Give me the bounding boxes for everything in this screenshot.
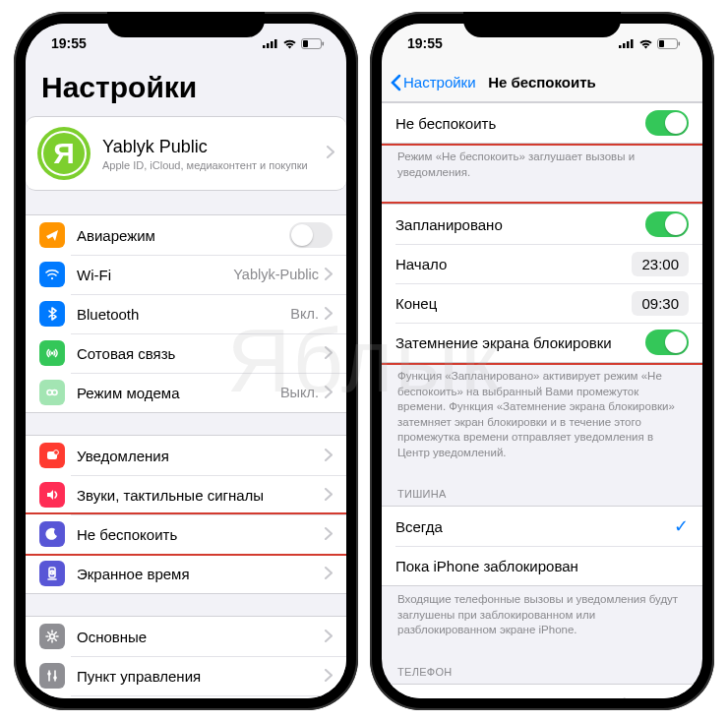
svg-point-8 bbox=[51, 352, 54, 355]
cellular-icon bbox=[39, 340, 65, 366]
from-time-row[interactable]: Начало 23:00 bbox=[382, 244, 702, 283]
svg-rect-25 bbox=[627, 41, 630, 48]
phone-frame-right: 19:55 Настройки Не беспокоить bbox=[370, 12, 714, 710]
chevron-right-icon bbox=[681, 695, 689, 698]
row-label: Допуск вызовов bbox=[395, 695, 581, 698]
back-label: Настройки bbox=[403, 74, 476, 90]
settings-row-control-center[interactable]: Пункт управления bbox=[26, 656, 346, 695]
silence-locked-row[interactable]: Пока iPhone заблокирован bbox=[382, 546, 702, 585]
back-button[interactable]: Настройки bbox=[382, 74, 476, 91]
profile-name: Yablyk Public bbox=[102, 137, 327, 157]
settings-row-bluetooth[interactable]: BluetoothВкл. bbox=[26, 294, 346, 333]
group-header: ТЕЛЕФОН bbox=[382, 662, 702, 684]
svg-rect-0 bbox=[263, 45, 266, 48]
chevron-right-icon bbox=[325, 345, 333, 362]
screen-right: 19:55 Настройки Не беспокоить bbox=[382, 24, 702, 698]
chevron-right-icon bbox=[325, 566, 333, 582]
wifi-icon bbox=[39, 262, 65, 287]
time-value[interactable]: 09:30 bbox=[632, 291, 689, 316]
row-label: Запланировано bbox=[395, 216, 645, 233]
row-label: Затемнение экрана блокировки bbox=[395, 334, 645, 351]
svg-point-12 bbox=[54, 451, 59, 455]
chevron-right-icon bbox=[327, 145, 334, 162]
wifi-icon bbox=[282, 38, 297, 49]
row-value: Yablyk-Public bbox=[233, 267, 319, 282]
chevron-right-icon bbox=[325, 487, 333, 504]
chevron-right-icon bbox=[325, 448, 333, 464]
row-label: Wi-Fi bbox=[77, 267, 233, 283]
settings-row-airplane[interactable]: Авиарежим bbox=[26, 215, 346, 255]
settings-row-screentime[interactable]: Экранное время bbox=[26, 554, 346, 593]
svg-rect-26 bbox=[631, 39, 634, 48]
settings-row-notifications[interactable]: Уведомления bbox=[26, 436, 346, 475]
airplane-icon bbox=[39, 222, 65, 248]
svg-rect-23 bbox=[619, 45, 622, 48]
control-center-icon bbox=[39, 663, 65, 689]
notifications-icon bbox=[39, 443, 65, 468]
checkmark-icon: ✓ bbox=[674, 515, 689, 537]
sounds-icon bbox=[39, 482, 65, 508]
time-value[interactable]: 23:00 bbox=[632, 252, 689, 276]
general-icon bbox=[39, 624, 65, 649]
status-indicators bbox=[263, 38, 325, 49]
toggle[interactable] bbox=[289, 222, 333, 248]
row-label: Пункт управления bbox=[77, 668, 325, 685]
row-label: Bluetooth bbox=[77, 306, 290, 323]
page-title: Настройки bbox=[26, 63, 346, 116]
row-label: Авиарежим bbox=[77, 227, 289, 244]
settings-row-wifi[interactable]: Wi-FiYablyk-Public bbox=[26, 255, 346, 294]
svg-rect-29 bbox=[679, 41, 681, 45]
scheduled-toggle-row[interactable]: Запланировано bbox=[382, 205, 702, 244]
toggle[interactable] bbox=[645, 330, 689, 355]
dim-lock-toggle-row[interactable]: Затемнение экрана блокировки bbox=[382, 323, 702, 362]
settings-row-general[interactable]: Основные bbox=[26, 617, 346, 656]
status-time: 19:55 bbox=[51, 35, 87, 51]
row-value: Вкл. bbox=[290, 306, 319, 322]
profile-sub: Apple ID, iCloud, медиаконтент и покупки bbox=[102, 159, 327, 171]
status-time: 19:55 bbox=[407, 35, 443, 51]
svg-point-10 bbox=[52, 391, 57, 395]
avatar: Я bbox=[37, 127, 91, 180]
svg-point-15 bbox=[50, 634, 55, 639]
status-indicators bbox=[619, 38, 681, 49]
row-label: Конец bbox=[395, 295, 632, 312]
row-label: Сотовая связь bbox=[77, 345, 325, 362]
dnd-toggle-row[interactable]: Не беспокоить bbox=[382, 103, 702, 143]
row-label: Режим модема bbox=[77, 385, 280, 401]
wifi-icon bbox=[638, 38, 653, 49]
svg-rect-2 bbox=[271, 41, 273, 48]
screentime-icon bbox=[39, 561, 65, 586]
group-header: ТИШИНА bbox=[382, 484, 702, 506]
row-label: Экранное время bbox=[77, 566, 325, 582]
notch bbox=[107, 12, 265, 37]
chevron-left-icon bbox=[390, 74, 401, 91]
row-label: Пока iPhone заблокирован bbox=[395, 558, 689, 574]
svg-rect-28 bbox=[659, 40, 664, 47]
toggle[interactable] bbox=[645, 110, 689, 136]
settings-row-cellular[interactable]: Сотовая связь bbox=[26, 333, 346, 373]
settings-row-display[interactable]: AAЭкран и яркость bbox=[26, 695, 346, 698]
allow-calls-row[interactable]: Допуск вызовов От избранных bbox=[382, 685, 702, 698]
phone-frame-left: 19:55 Настройки Я Yablyk Public Apple ID… bbox=[14, 12, 358, 710]
svg-rect-6 bbox=[323, 41, 325, 45]
chevron-right-icon bbox=[325, 306, 333, 323]
svg-rect-1 bbox=[267, 43, 270, 48]
screen-left: 19:55 Настройки Я Yablyk Public Apple ID… bbox=[26, 24, 346, 698]
row-label: Звуки, тактильные сигналы bbox=[77, 487, 325, 504]
svg-point-7 bbox=[51, 277, 53, 279]
battery-icon bbox=[657, 38, 681, 49]
to-time-row[interactable]: Конец 09:30 bbox=[382, 283, 702, 323]
row-label: Не беспокоить bbox=[395, 115, 645, 132]
settings-row-hotspot[interactable]: Режим модемаВыкл. bbox=[26, 373, 346, 412]
toggle[interactable] bbox=[645, 211, 689, 237]
row-value: От избранных bbox=[581, 696, 675, 698]
row-label: Уведомления bbox=[77, 448, 325, 464]
notch bbox=[463, 12, 621, 37]
svg-rect-24 bbox=[623, 43, 626, 48]
nav-bar: Настройки Не беспокоить bbox=[382, 63, 702, 102]
settings-row-dnd[interactable]: Не беспокоить bbox=[26, 514, 346, 554]
chevron-right-icon bbox=[325, 668, 333, 685]
silence-always-row[interactable]: Всегда ✓ bbox=[382, 507, 702, 546]
apple-id-row[interactable]: Я Yablyk Public Apple ID, iCloud, медиак… bbox=[26, 116, 346, 191]
settings-row-sounds[interactable]: Звуки, тактильные сигналы bbox=[26, 475, 346, 514]
